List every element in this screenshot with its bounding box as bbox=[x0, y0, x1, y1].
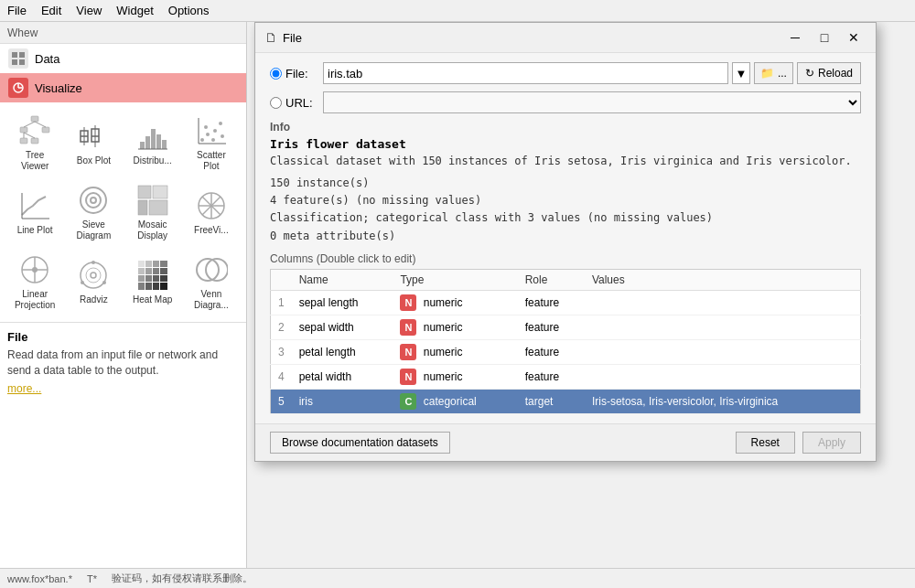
widget-heat-map[interactable]: Heat Map bbox=[125, 249, 180, 315]
freeviz-label: FreeVi... bbox=[194, 225, 229, 236]
table-row[interactable]: 1 sepal length N numeric feature bbox=[271, 290, 861, 315]
col-type: N numeric bbox=[393, 364, 517, 389]
file-dropdown[interactable]: iris.tab bbox=[323, 62, 728, 84]
reload-button[interactable]: ↻ Reload bbox=[797, 62, 861, 84]
svg-rect-64 bbox=[145, 261, 152, 267]
svg-point-33 bbox=[213, 129, 217, 133]
file-info-panel: File Read data from an input file or net… bbox=[0, 322, 246, 402]
widget-freeviz[interactable]: FreeVi... bbox=[184, 179, 239, 245]
sieve-diagram-label: SieveDiagram bbox=[76, 219, 111, 241]
row-number: 2 bbox=[271, 315, 292, 339]
widget-tree-viewer[interactable]: TreeViewer bbox=[7, 110, 62, 176]
widget-sieve-diagram[interactable]: SieveDiagram bbox=[66, 179, 121, 245]
widget-mosaic-display[interactable]: MosaicDisplay bbox=[125, 179, 180, 245]
sidebar-item-visualize[interactable]: Visualize bbox=[0, 73, 246, 102]
svg-point-62 bbox=[81, 281, 84, 284]
svg-point-31 bbox=[206, 133, 210, 136]
status-item-0: www.fox*ban.* bbox=[7, 573, 72, 584]
svg-rect-1 bbox=[19, 52, 25, 58]
maximize-button[interactable]: □ bbox=[812, 28, 837, 47]
folder-icon: 📁 bbox=[760, 67, 774, 80]
svg-rect-73 bbox=[153, 275, 159, 282]
col-role: feature bbox=[518, 364, 585, 389]
widget-line-plot[interactable]: Line Plot bbox=[7, 179, 62, 245]
col-header-name: Name bbox=[292, 269, 393, 290]
table-row[interactable]: 4 petal width N numeric feature bbox=[271, 364, 861, 389]
col-header-empty bbox=[271, 269, 292, 290]
more-link[interactable]: more... bbox=[7, 382, 41, 395]
menu-edit[interactable]: Edit bbox=[41, 4, 61, 17]
browse-button[interactable]: 📁 ... bbox=[754, 62, 793, 84]
columns-header-row: Name Type Role Values bbox=[271, 269, 861, 290]
sidebar-item-data[interactable]: Data bbox=[0, 44, 246, 73]
menu-widget[interactable]: Widget bbox=[116, 4, 153, 17]
svg-rect-0 bbox=[12, 52, 17, 58]
svg-rect-44 bbox=[138, 186, 151, 198]
menu-bar: File Edit View Widget Options bbox=[0, 0, 915, 22]
line-plot-label: Line Plot bbox=[17, 225, 53, 236]
file-radio[interactable] bbox=[270, 68, 282, 80]
menu-view[interactable]: View bbox=[76, 4, 102, 17]
heat-map-icon bbox=[135, 258, 170, 293]
file-radio-label[interactable]: File: bbox=[270, 67, 316, 80]
widget-distributions[interactable]: Distribu... bbox=[125, 110, 180, 176]
svg-rect-74 bbox=[160, 275, 167, 282]
widget-box-plot[interactable]: Box Plot bbox=[66, 110, 121, 176]
info-section: Info Iris flower dataset Classical datas… bbox=[270, 121, 861, 245]
file-dropdown-arrow[interactable]: ▼ bbox=[732, 62, 750, 84]
svg-point-43 bbox=[91, 198, 96, 203]
app-title: Whew bbox=[0, 22, 246, 44]
col-type: N numeric bbox=[393, 339, 517, 364]
col-role: feature bbox=[518, 290, 585, 315]
svg-rect-72 bbox=[145, 275, 152, 282]
svg-rect-69 bbox=[153, 268, 159, 274]
url-radio-label[interactable]: URL: bbox=[270, 96, 316, 110]
widget-radviz[interactable]: Radviz bbox=[66, 249, 121, 315]
svg-point-35 bbox=[211, 138, 215, 142]
widget-linear-projection[interactable]: LinearProjection bbox=[7, 249, 62, 315]
svg-point-61 bbox=[102, 281, 106, 284]
row-number: 5 bbox=[271, 389, 292, 413]
svg-rect-11 bbox=[31, 138, 38, 144]
svg-rect-27 bbox=[156, 134, 161, 149]
col-role: target bbox=[518, 389, 585, 413]
heat-map-label: Heat Map bbox=[133, 294, 172, 305]
table-row[interactable]: 2 sepal width N numeric feature bbox=[271, 315, 861, 339]
col-name: sepal width bbox=[292, 315, 393, 339]
table-row[interactable]: 3 petal length N numeric feature bbox=[271, 339, 861, 364]
svg-line-15 bbox=[24, 133, 35, 138]
menu-options[interactable]: Options bbox=[168, 4, 210, 17]
dataset-stats: 150 instance(s)4 feature(s) (no missing … bbox=[270, 175, 861, 245]
svg-rect-75 bbox=[138, 283, 145, 290]
type-badge: C bbox=[400, 393, 416, 410]
reset-button[interactable]: Reset bbox=[736, 432, 795, 454]
svg-line-12 bbox=[24, 122, 35, 127]
menu-file[interactable]: File bbox=[7, 4, 27, 17]
row-number: 4 bbox=[271, 364, 292, 389]
minimize-button[interactable]: ─ bbox=[782, 28, 808, 47]
url-radio[interactable] bbox=[270, 97, 282, 109]
svg-rect-24 bbox=[140, 142, 145, 149]
svg-rect-77 bbox=[153, 283, 159, 290]
table-row[interactable]: 5 iris C categorical target Iris-setosa,… bbox=[271, 389, 861, 413]
col-role: feature bbox=[518, 339, 585, 364]
widget-venn-diagram[interactable]: VennDiagra... bbox=[184, 249, 239, 315]
type-badge: N bbox=[400, 369, 416, 385]
widget-grid: TreeViewer bbox=[0, 102, 246, 322]
dataset-title: Iris flower dataset bbox=[270, 137, 861, 151]
widget-scatter-plot[interactable]: ScatterPlot bbox=[184, 110, 239, 176]
scatter-plot-label: ScatterPlot bbox=[197, 150, 226, 172]
svg-rect-65 bbox=[153, 261, 159, 267]
close-button[interactable]: ✕ bbox=[841, 28, 867, 47]
url-row: URL: bbox=[270, 91, 861, 113]
browse-docs-button[interactable]: Browse documentation datasets bbox=[270, 432, 450, 454]
radviz-icon bbox=[76, 258, 111, 293]
mosaic-display-icon bbox=[135, 183, 170, 218]
svg-rect-68 bbox=[145, 268, 152, 274]
footer-actions: Reset Apply bbox=[736, 432, 861, 454]
svg-point-79 bbox=[197, 259, 219, 281]
tree-viewer-label: TreeViewer bbox=[21, 150, 48, 172]
url-combo[interactable] bbox=[323, 91, 861, 113]
left-panel: Whew Data bbox=[0, 22, 247, 568]
file-dialog-icon: 🗋 bbox=[264, 30, 277, 45]
